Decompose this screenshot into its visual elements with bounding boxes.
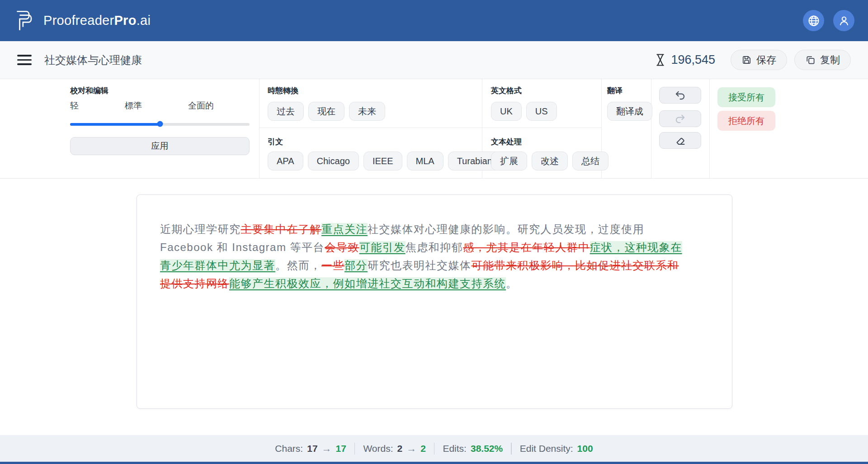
editor-text[interactable]: 近期心理学研究主要集中在了解重点关注社交媒体对心理健康的影响。研究人员发现，过度… (160, 220, 684, 293)
citation-options: APAChicagoIEEEMLATurabian (268, 152, 501, 170)
brand-logo-icon (14, 8, 37, 33)
brand-name: ProofreaderPro.ai (43, 13, 151, 28)
text-processing-options: 扩展改述总结 (491, 152, 609, 170)
credits-counter: 196,545 (655, 53, 715, 67)
translate-to-button[interactable]: 翻译成 (607, 102, 652, 121)
language-button[interactable] (803, 10, 824, 31)
menu-button[interactable] (17, 55, 32, 65)
edit-segment-ins[interactable]: 部分 (344, 259, 368, 271)
chars-label: Chars: (275, 443, 303, 454)
text-processing-option-button[interactable]: 扩展 (491, 152, 527, 170)
slider-thumb[interactable] (157, 121, 163, 127)
edits-stat: Edits: 38.52% (443, 443, 503, 454)
citation-option-button[interactable]: IEEE (363, 152, 402, 170)
account-button[interactable] (833, 10, 854, 31)
proofread-slider[interactable] (70, 119, 250, 129)
toolbar: 校对和编辑 轻標準全面的 应用 時態轉換 过去现在未来 引文 APAChicag… (0, 79, 868, 179)
proofread-section-label: 校对和编辑 (70, 85, 108, 96)
slider-level-labels: 轻標準全面的 (70, 100, 214, 112)
edit-segment-ins[interactable]: 能够产生积极效应，例如增进社交互动和构建支持系统 (229, 277, 506, 289)
citation-option-button[interactable]: MLA (407, 152, 443, 170)
citation-option-button[interactable]: APA (268, 152, 303, 170)
tense-options: 过去现在未来 (268, 102, 385, 121)
citation-section-label: 引文 (268, 137, 283, 147)
document-title: 社交媒体与心理健康 (44, 53, 142, 67)
globe-icon (807, 14, 820, 27)
tense-option-button[interactable]: 未来 (349, 102, 385, 121)
edit-segment-normal[interactable]: 近期心理学研究 (160, 223, 241, 235)
undo-icon (675, 90, 686, 100)
text-processing-section-label: 文本处理 (491, 137, 522, 147)
edit-segment-normal[interactable]: 。然而， (275, 259, 321, 271)
words-after: 2 (420, 443, 426, 454)
divider (651, 79, 651, 178)
hourglass-icon (655, 53, 665, 66)
divider (354, 443, 355, 455)
english-format-option-button[interactable]: UK (491, 102, 522, 121)
edit-density-label: Edit Density: (520, 443, 573, 454)
english-format-section-label: 英文格式 (491, 85, 522, 96)
edit-segment-normal[interactable]: 。 (506, 277, 518, 289)
editor-card: 近期心理学研究主要集中在了解重点关注社交媒体对心理健康的影响。研究人员发现，过度… (137, 194, 732, 409)
chars-stat: Chars: 17 → 17 (275, 443, 346, 455)
edit-density-value: 100 (577, 443, 593, 454)
copy-button[interactable]: 复制 (794, 50, 851, 70)
edits-label: Edits: (443, 443, 467, 454)
redo-icon (675, 114, 686, 123)
words-stat: Words: 2 → 2 (363, 443, 426, 455)
footer-accent-strip (0, 462, 868, 464)
arrow-icon: → (322, 443, 332, 455)
edit-segment-del[interactable]: 一些 (321, 259, 344, 271)
slider-level-label: 標準 (125, 100, 142, 112)
words-before: 2 (397, 443, 403, 454)
translate-section-label: 翻译 (607, 85, 623, 96)
divider (259, 128, 601, 128)
edit-segment-del[interactable]: 感，尤其是在年轻人群中 (463, 241, 590, 253)
tense-option-button[interactable]: 过去 (268, 102, 304, 121)
tense-section-label: 時態轉換 (268, 85, 298, 96)
hamburger-icon (17, 55, 32, 57)
accept-all-button[interactable]: 接受所有 (717, 87, 775, 107)
main-content: 近期心理学研究主要集中在了解重点关注社交媒体对心理健康的影响。研究人员发现，过度… (0, 179, 868, 435)
tense-option-button[interactable]: 现在 (308, 102, 344, 121)
eraser-icon (675, 135, 686, 146)
edit-segment-ins[interactable]: 重点关注 (321, 223, 368, 235)
edit-segment-del[interactable]: 主要集中在了解 (241, 223, 322, 235)
english-format-options: UKUS (491, 102, 557, 121)
chars-after: 17 (336, 443, 346, 454)
document-bar: 社交媒体与心理健康 196,545 保存 (0, 41, 868, 79)
redo-button[interactable] (659, 110, 701, 127)
credits-value: 196,545 (671, 53, 715, 67)
user-icon (838, 14, 850, 27)
edits-value: 38.52% (471, 443, 503, 454)
undo-button[interactable] (659, 87, 701, 104)
clear-edits-button[interactable] (659, 132, 701, 149)
reject-all-button[interactable]: 拒绝所有 (717, 111, 775, 131)
divider (511, 443, 512, 455)
slider-level-label: 全面的 (188, 100, 214, 112)
divider (259, 79, 259, 178)
edit-segment-ins[interactable]: 可能引发 (359, 241, 406, 253)
save-icon (741, 55, 752, 65)
edit-segment-del[interactable]: 会导致 (325, 241, 359, 253)
app-header: ProofreaderPro.ai (0, 0, 868, 41)
divider (709, 79, 710, 178)
save-button[interactable]: 保存 (731, 50, 787, 70)
citation-option-button[interactable]: Chicago (308, 152, 359, 170)
text-processing-option-button[interactable]: 总结 (572, 152, 609, 170)
apply-button[interactable]: 应用 (70, 137, 250, 155)
text-processing-option-button[interactable]: 改述 (532, 152, 568, 170)
arrow-icon: → (406, 443, 416, 455)
slider-level-label: 轻 (70, 100, 79, 112)
edit-segment-normal[interactable]: 焦虑和抑郁 (406, 241, 463, 253)
stats-bar: Chars: 17 → 17 Words: 2 → 2 Edits: 38.52… (0, 435, 868, 462)
edit-density-stat: Edit Density: 100 (520, 443, 593, 454)
words-label: Words: (363, 443, 393, 454)
divider (434, 443, 435, 455)
copy-icon (805, 55, 816, 65)
chars-before: 17 (307, 443, 317, 454)
edit-segment-normal[interactable]: 研究也表明社交媒体 (368, 259, 472, 271)
english-format-option-button[interactable]: US (526, 102, 557, 121)
slider-fill (70, 123, 160, 126)
